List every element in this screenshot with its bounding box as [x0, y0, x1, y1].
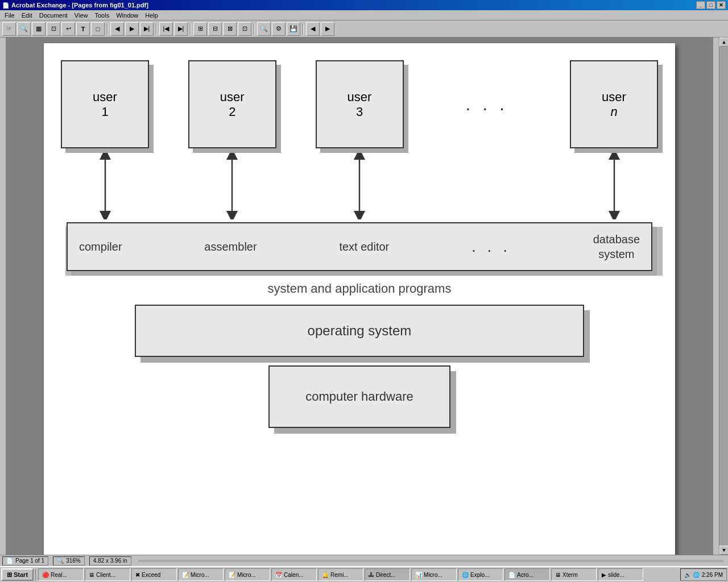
taskbar-client-icon: 🖥: [89, 572, 94, 578]
arrown: [606, 151, 623, 219]
scroll-up-button[interactable]: ▲: [719, 38, 728, 47]
taskbar-xterm-label: Xterm: [562, 572, 578, 578]
taskbar-acrobat[interactable]: 📄 Acro...: [504, 568, 550, 581]
menu-help[interactable]: Help: [142, 12, 162, 19]
taskbar-micro2-icon: 📝: [229, 572, 235, 578]
taskbar-micro2-label: Micro...: [237, 572, 256, 578]
dimensions-status: 4.82 x 3.96 in: [93, 558, 127, 564]
user1-number: 1: [101, 105, 108, 119]
zoom-indicator: 🔍 316%: [53, 556, 85, 566]
taskbar-reminder-icon: 🔔: [322, 572, 329, 578]
page-icon: 📄: [6, 558, 13, 564]
menu-tools[interactable]: Tools: [92, 12, 113, 19]
window-controls[interactable]: _ □ ✕: [696, 1, 726, 9]
toolbar-hand[interactable]: ☞: [2, 22, 16, 36]
toolbar-sep5: [303, 23, 304, 35]
toolbar-zoom[interactable]: 🔍: [17, 22, 31, 36]
arrow3: [351, 151, 368, 219]
assembler-label: assembler: [204, 240, 257, 253]
taskbar-client[interactable]: 🖥 Client...: [85, 568, 130, 581]
toolbar-select-graphics[interactable]: ⊡: [47, 22, 60, 36]
toolbar-back[interactable]: ◀: [306, 22, 320, 36]
taskbar-micro3-label: Micro...: [424, 572, 442, 578]
toolbar-next-page[interactable]: ▶: [125, 22, 139, 36]
pdf-page: user 1 user 2 user: [6, 38, 713, 555]
user2-box: user 2: [188, 60, 276, 148]
compiler-label: compiler: [79, 240, 122, 253]
taskbar: ⊞ Start 🔴 Real... 🖥 Client... ✖ Exceed 📝…: [0, 566, 728, 582]
scroll-track[interactable]: [719, 47, 728, 546]
taskbar-micro3-icon: 📊: [415, 572, 422, 578]
toolbar-preferences[interactable]: ⚙: [272, 22, 286, 36]
title-bar: 📄 Acrobat Exchange - [Pages from fig01_0…: [0, 0, 728, 10]
user2-container: user 2: [188, 60, 276, 148]
toolbar-form[interactable]: □: [91, 22, 105, 36]
user3-number: 3: [356, 105, 363, 119]
toolbar-fit-page[interactable]: ⊞: [193, 22, 207, 36]
arrow1-container: [61, 151, 149, 219]
users-dots: . . .: [442, 60, 531, 148]
usern-box: user n: [570, 60, 658, 148]
taskbar-reminder[interactable]: 🔔 Remi...: [318, 568, 363, 581]
toolbar-sep2: [156, 23, 157, 35]
taskbar-explorer-label: Explo...: [470, 572, 489, 578]
taskbar-xterm[interactable]: 🖥 Xterm: [551, 568, 597, 581]
toolbar-save[interactable]: 💾: [287, 22, 300, 36]
menu-document[interactable]: Document: [36, 12, 71, 19]
taskbar-real[interactable]: 🔴 Real...: [38, 568, 84, 581]
hw-box: computer hardware: [268, 365, 450, 428]
toolbar-fit-width[interactable]: ⊟: [208, 22, 222, 36]
maximize-button[interactable]: □: [706, 1, 715, 9]
taskbar-exceed[interactable]: ✖ Exceed: [131, 568, 177, 581]
menu-edit[interactable]: Edit: [18, 12, 36, 19]
taskbar-calendar[interactable]: 📅 Calen...: [271, 568, 317, 581]
user3-label: user: [348, 90, 372, 105]
taskbar-real-icon: 🔴: [42, 572, 49, 578]
arrow2-container: [188, 151, 276, 219]
scroll-down-button[interactable]: ▼: [719, 546, 728, 555]
taskbar-micro2[interactable]: 📝 Micro...: [225, 568, 270, 581]
zoom-icon: 🔍: [57, 558, 64, 564]
toolbar-prev-page[interactable]: ◀: [110, 22, 124, 36]
app-icon: 📄: [2, 2, 9, 9]
taskbar-slide[interactable]: ▶ slide...: [598, 568, 643, 581]
user2-label: user: [220, 90, 245, 105]
taskbar-explorer-icon: 🌐: [462, 572, 469, 578]
taskbar-explorer[interactable]: 🌐 Explo...: [458, 568, 503, 581]
taskbar-client-label: Client...: [96, 572, 115, 578]
toolbar-fit-visible[interactable]: ⊠: [223, 22, 237, 36]
toolbar-last-page[interactable]: ▶|: [174, 22, 188, 36]
toolbar-select-text[interactable]: ▦: [32, 22, 46, 36]
toolbar-forward[interactable]: ▶: [321, 22, 334, 36]
toolbar-text[interactable]: T: [76, 22, 90, 36]
minimize-button[interactable]: _: [696, 1, 705, 9]
arrown-container: [570, 151, 658, 219]
programs-bar-container: compiler assembler text editor . . . dat…: [61, 222, 658, 271]
taskbar-direct[interactable]: 🖧 Direct...: [365, 568, 410, 581]
close-button[interactable]: ✕: [717, 1, 726, 9]
taskbar-slide-icon: ▶: [602, 572, 606, 578]
start-label: Start: [14, 571, 28, 578]
taskbar-exceed-icon: ✖: [135, 572, 140, 578]
toolbar-first-page[interactable]: |◀: [159, 22, 173, 36]
page-content: user 1 user 2 user: [44, 43, 675, 555]
toolbar-actual-size[interactable]: ⊡: [238, 22, 251, 36]
toolbar-sep3: [190, 23, 191, 35]
taskbar-micro3[interactable]: 📊 Micro...: [411, 568, 457, 581]
toolbar-find[interactable]: 🔍: [257, 22, 271, 36]
taskbar-micro1[interactable]: 📝 Micro...: [178, 568, 224, 581]
user3-box: user 3: [316, 60, 404, 148]
scrollbar-right[interactable]: ▲ ▼: [719, 38, 728, 555]
taskbar-xterm-icon: 🖥: [555, 572, 561, 578]
window-title: Acrobat Exchange - [Pages from fig01_01.…: [11, 2, 696, 9]
toolbar-next-page2[interactable]: ▶|: [140, 22, 154, 36]
users-row: user 1 user 2 user: [55, 60, 664, 148]
toolbar-note[interactable]: ↩: [61, 22, 75, 36]
menu-file[interactable]: File: [1, 12, 18, 19]
user1-container: user 1: [61, 60, 149, 148]
menu-view[interactable]: View: [71, 12, 92, 19]
arrow3-container: [316, 151, 404, 219]
taskbar-acrobat-icon: 📄: [508, 572, 515, 578]
menu-window[interactable]: Window: [113, 12, 142, 19]
start-button[interactable]: ⊞ Start: [1, 568, 34, 581]
